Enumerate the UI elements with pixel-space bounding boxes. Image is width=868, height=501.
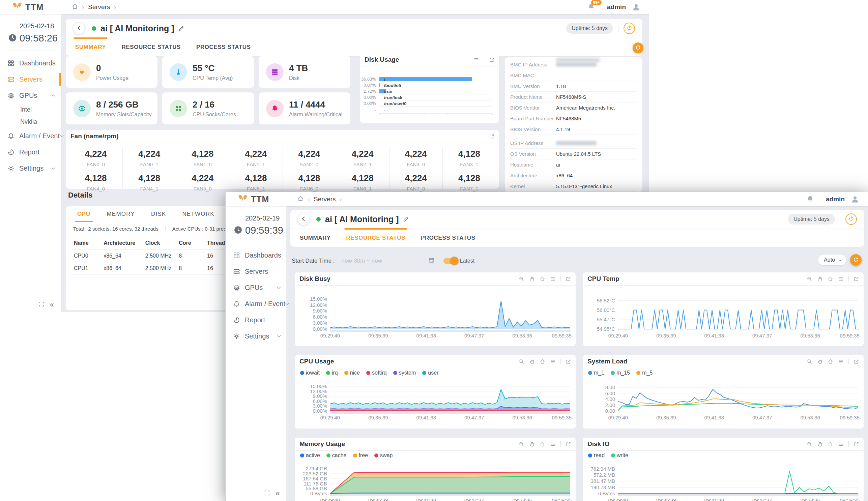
edit-icon[interactable] — [403, 216, 409, 222]
date-range-input[interactable] — [340, 258, 428, 264]
details-tab-network[interactable]: NETWORK — [182, 206, 214, 222]
user-name[interactable]: admin — [826, 195, 845, 203]
chart-plot-disk_busy[interactable]: 0.00%3.00%6.00%9.00%12.00%15.00%09:29:40… — [295, 286, 576, 346]
sidebar-item-report[interactable]: Report — [0, 144, 61, 160]
pan-icon[interactable] — [817, 359, 823, 364]
legend-item-m_1[interactable]: m_1 — [588, 370, 604, 376]
avatar-icon[interactable] — [632, 3, 641, 12]
sidebar-item-dashboards[interactable]: Dashboards — [225, 247, 286, 263]
tab-resource-status[interactable]: RESOURCE STATUS — [346, 229, 405, 247]
expand-icon[interactable] — [489, 57, 495, 63]
zoom-in-icon[interactable] — [807, 441, 812, 447]
zoom-in-icon[interactable] — [519, 276, 525, 282]
menu-icon[interactable] — [838, 441, 844, 447]
details-tab-memory[interactable]: MEMORY — [107, 206, 135, 222]
zoom-in-icon[interactable] — [807, 359, 812, 364]
legend-item-nice[interactable]: nice — [344, 370, 360, 376]
expand-icon[interactable] — [854, 359, 859, 364]
legend-item-cache[interactable]: cache — [326, 452, 347, 459]
zoom-in-icon[interactable] — [519, 441, 525, 447]
tab-process-status[interactable]: PROCESS STATUS — [421, 229, 476, 247]
notifications-button[interactable] — [806, 195, 814, 204]
sidebar-item-alarm-event[interactable]: Alarm / Event — [0, 128, 61, 144]
sidebar-item-alarm-event[interactable]: Alarm / Event — [225, 296, 286, 312]
legend-item-user[interactable]: user — [422, 370, 438, 376]
home-icon[interactable] — [297, 195, 304, 203]
expand-icon[interactable] — [854, 441, 859, 447]
menu-icon[interactable] — [838, 276, 844, 282]
home-icon[interactable] — [72, 3, 78, 11]
sidebar-item-settings[interactable]: Settings — [0, 160, 61, 176]
back-button[interactable] — [298, 213, 309, 225]
restore-icon[interactable] — [827, 441, 833, 447]
expand-icon[interactable] — [489, 134, 495, 139]
sidebar-item-gpus[interactable]: GPUs — [0, 87, 61, 104]
menu-icon[interactable] — [474, 57, 479, 63]
menu-icon[interactable] — [550, 441, 556, 447]
collapse-sidebar-icon[interactable]: « — [275, 490, 279, 497]
refresh-button[interactable] — [850, 254, 861, 266]
sidebar-subitem-nvidia[interactable]: Nvidia — [0, 116, 61, 128]
chart-plot-system_load[interactable]: 0.002.004.006.008.0009:29:4009:35:3909:4… — [583, 377, 864, 429]
collapse-sidebar-icon[interactable]: « — [50, 301, 54, 309]
chart-plot-disk_io[interactable]: 0 Bytes190.73 MB381.47 MB572.2 MB762.94 … — [583, 460, 864, 501]
restore-icon[interactable] — [827, 276, 833, 282]
tab-summary[interactable]: SUMMARY — [75, 38, 106, 56]
fullscreen-icon[interactable] — [39, 301, 44, 309]
breadcrumb-item-servers[interactable]: Servers — [88, 3, 110, 11]
sidebar-item-settings[interactable]: Settings — [225, 328, 286, 344]
legend-item-read[interactable]: read — [588, 452, 605, 459]
user-name[interactable]: admin — [607, 3, 626, 11]
tab-summary[interactable]: SUMMARY — [300, 229, 330, 247]
avatar-icon[interactable] — [850, 195, 860, 204]
restore-icon[interactable] — [540, 276, 545, 282]
app-logo[interactable]: TTM — [225, 194, 287, 204]
chart-plot-cpu_usage[interactable]: 0.00%3.00%6.00%9.00%12.00%15.00%09:29:40… — [295, 377, 576, 429]
legend-item-free[interactable]: free — [353, 452, 368, 459]
restore-icon[interactable] — [540, 441, 545, 447]
pan-icon[interactable] — [529, 441, 535, 447]
details-tab-cpu[interactable]: CPU — [77, 206, 91, 222]
sidebar-item-servers[interactable]: Servers — [225, 263, 286, 279]
back-button[interactable] — [73, 23, 85, 34]
menu-icon[interactable] — [838, 359, 844, 364]
pan-icon[interactable] — [529, 359, 535, 364]
latest-toggle[interactable] — [443, 258, 458, 264]
app-logo[interactable]: TTM — [0, 2, 61, 12]
notifications-button[interactable]: 99+ — [588, 3, 595, 12]
menu-icon[interactable] — [550, 359, 556, 364]
expand-icon[interactable] — [565, 276, 571, 282]
legend-item-m_5[interactable]: m_5 — [636, 370, 653, 376]
sidebar-item-dashboards[interactable]: Dashboards — [0, 55, 61, 71]
sidebar-item-report[interactable]: Report — [225, 312, 286, 328]
fullscreen-icon[interactable] — [264, 490, 270, 497]
edit-icon[interactable] — [178, 25, 184, 31]
legend-item-iowait[interactable]: iowait — [300, 370, 320, 376]
chart-plot-cpu_temp[interactable]: 54.95°C55.47°C56.00°C56.52°C09:29:4009:3… — [583, 286, 864, 346]
legend-item-active[interactable]: active — [300, 452, 320, 459]
legend-item-system[interactable]: system — [393, 370, 416, 376]
breadcrumb-item-servers[interactable]: Servers — [314, 195, 336, 203]
expand-icon[interactable] — [565, 359, 571, 364]
restore-icon[interactable] — [540, 359, 545, 364]
legend-item-write[interactable]: write — [611, 452, 628, 459]
legend-item-swap[interactable]: swap — [374, 452, 392, 459]
chart-plot-memory_usage[interactable]: 0 Bytes55.88 GB111.76 GB167.64 GB223.52 … — [295, 460, 576, 501]
restore-icon[interactable] — [827, 359, 833, 364]
legend-item-softirq[interactable]: softirq — [366, 370, 387, 376]
sidebar-item-servers[interactable]: Servers — [0, 71, 61, 87]
power-button[interactable] — [624, 23, 635, 34]
zoom-in-icon[interactable] — [807, 276, 812, 282]
menu-icon[interactable] — [550, 276, 556, 282]
pan-icon[interactable] — [529, 276, 535, 282]
calendar-icon[interactable] — [428, 257, 435, 265]
legend-item-irq[interactable]: irq — [326, 370, 338, 376]
power-button[interactable] — [845, 213, 857, 225]
pan-icon[interactable] — [817, 441, 823, 447]
pan-icon[interactable] — [817, 276, 823, 282]
refresh-button[interactable] — [633, 42, 643, 53]
zoom-in-icon[interactable] — [519, 359, 525, 364]
sidebar-subitem-intel[interactable]: Intel — [0, 104, 61, 116]
expand-icon[interactable] — [565, 441, 571, 447]
legend-item-m_15[interactable]: m_15 — [611, 370, 630, 376]
